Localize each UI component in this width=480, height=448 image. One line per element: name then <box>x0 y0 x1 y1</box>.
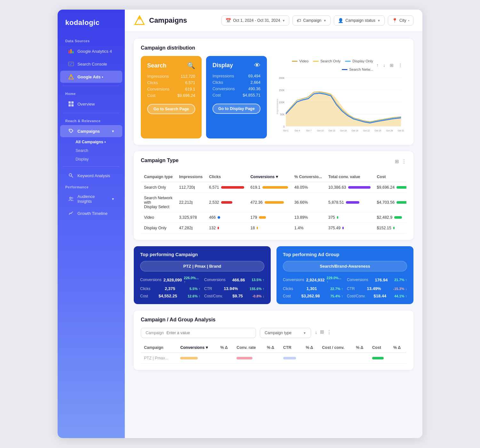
grid-icon <box>68 101 74 107</box>
analysis-export-icon[interactable]: ⊞ <box>320 329 324 335</box>
date-range-label: Oct 1, 2024 - Oct 31, 2024 <box>233 18 280 23</box>
search-cost-row: Cost $9,696.24 <box>147 93 195 98</box>
col-clicks[interactable]: Clicks <box>206 172 247 182</box>
analysis-campaign-type-select[interactable]: Campaign type ▼ <box>260 328 311 338</box>
analysis-col-cost-conv[interactable]: Cost / conv. <box>319 342 353 353</box>
tp-metric: Cost $4,552.25 12.6% ↑ <box>140 294 200 298</box>
col-conversions[interactable]: Conversions ▾ <box>247 172 291 182</box>
analysis-row-convrate <box>233 353 264 364</box>
svg-text:Impressions: Impressions <box>276 99 278 114</box>
search-clicks-value: 6,571 <box>185 81 195 85</box>
sidebar: kodalogic Data Sources Google Analytics … <box>58 10 125 438</box>
campaign-type-table-wrapper: Campaign type Impressions Clicks Convers… <box>141 172 406 233</box>
analysis-col-pct4[interactable]: % Δ <box>353 342 369 353</box>
distribution-row: Search 🔍 Impressions 112,720 Clicks 6,57… <box>141 56 406 138</box>
row-pct-conv: 48.05% <box>291 182 325 193</box>
subitem-display[interactable]: Display <box>72 155 122 163</box>
sidebar-item-campaigns[interactable]: Campaigns ▼ <box>60 125 122 137</box>
svg-text:Oct 28: Oct 28 <box>386 129 393 132</box>
tp-metric: Conversions 176.94 21.7% ↑ <box>347 276 407 284</box>
sidebar-item-growth-timeline[interactable]: Growth Timeline <box>60 207 122 219</box>
analysis-col-ctr[interactable]: CTR <box>280 342 303 353</box>
subitem-search[interactable]: Search <box>72 146 122 155</box>
table-more-icon[interactable]: ⋮ <box>402 159 406 164</box>
row-impressions: 112,720 <box>176 182 206 193</box>
chart-expand-icon[interactable]: ⊞ <box>388 62 395 68</box>
display-clicks-value: 2,664 <box>251 80 260 85</box>
legend-display-only-label: Display Only <box>352 59 373 63</box>
tp-metric: Clicks 2,375 5.5% ↑ <box>140 286 200 291</box>
analysis-col-pct2[interactable]: % Δ <box>264 342 280 353</box>
campaign-filter[interactable]: 🏷 Campaign ▼ <box>292 15 331 26</box>
go-to-display-btn[interactable]: Go to Display Page <box>212 104 260 114</box>
col-type[interactable]: Campaign type <box>141 172 176 182</box>
sidebar-item-keyword-analysis[interactable]: Keyword Analysis <box>60 169 122 182</box>
sidebar-item-label-sc: Search Console <box>77 62 107 67</box>
analysis-row-conv <box>177 353 217 364</box>
analysis-row-costconv <box>319 353 353 364</box>
chart-up-icon[interactable]: ↑ <box>375 62 380 68</box>
analysis-col-pct5[interactable]: % Δ <box>390 342 406 353</box>
tp-campaign-metrics: Conversions 2,928,090 226.0%... ↑ Conver… <box>140 276 264 298</box>
sidebar-item-overview[interactable]: Overview <box>60 98 122 110</box>
svg-point-13 <box>70 197 71 199</box>
analysis-row-cost <box>369 353 390 364</box>
chart-down-icon[interactable]: ↓ <box>382 62 387 68</box>
city-filter[interactable]: 📍 City • <box>388 15 413 26</box>
analysis-col-pct1[interactable]: % Δ <box>217 342 234 353</box>
campaign-distribution-card: Campaign distribution Search 🔍 Impressio… <box>134 39 413 145</box>
ads-icon <box>68 74 74 80</box>
impressions-chart-svg: 200K 150K 100K 50K 0 <box>275 75 404 138</box>
sidebar-item-google-analytics[interactable]: Google Analytics 4 <box>60 45 122 57</box>
status-filter[interactable]: 👤 Campaign status ▼ <box>334 15 385 26</box>
go-to-search-btn[interactable]: Go to Search Page <box>147 104 195 114</box>
analysis-row-pct4 <box>353 353 369 364</box>
app-logo: kodalogic <box>58 19 125 36</box>
calendar-icon: 📅 <box>226 18 231 23</box>
table-header-actions: ⊞ ⋮ <box>395 159 406 164</box>
col-cost[interactable]: Cost <box>374 172 406 182</box>
top-performing-grid: Top performing Campaign PTZ | Pmax | Bra… <box>134 246 413 304</box>
analysis-col-conversions[interactable]: Conversions ▾ <box>177 342 217 353</box>
analysis-col-conv-rate[interactable]: Conv. rate <box>233 342 264 353</box>
tp-metric: Conversions 2,924,932 229.0%... ↑ <box>283 276 343 284</box>
analysis-col-cost[interactable]: Cost <box>369 342 390 353</box>
audience-icon <box>68 196 74 202</box>
svg-text:Oct 22: Oct 22 <box>363 129 370 132</box>
analysis-type-chevron-icon: ▼ <box>303 331 306 335</box>
chart-more-icon[interactable]: ⋮ <box>397 62 404 68</box>
analysis-more-icon[interactable]: ⋮ <box>327 329 332 335</box>
analysis-filters: Campaign Campaign type ▼ ↓ ⊞ ⋮ <box>141 328 406 338</box>
analysis-col-pct3[interactable]: % Δ <box>302 342 319 353</box>
sidebar-item-google-ads[interactable]: Google Ads • <box>60 71 122 83</box>
svg-rect-6 <box>68 101 71 104</box>
col-impressions[interactable]: Impressions <box>176 172 206 182</box>
sidebar-item-search-console[interactable]: Search Console <box>60 58 122 70</box>
col-total-conv-value[interactable]: Total conv. value <box>325 172 374 182</box>
svg-point-11 <box>69 174 72 176</box>
analysis-table-header: ↓ ⊞ ⋮ <box>315 328 332 336</box>
legend-search-only-label: Search Only <box>320 59 340 63</box>
dist-boxes: Search 🔍 Impressions 112,720 Clicks 6,57… <box>141 56 267 138</box>
col-pct-conv[interactable]: % Conversio... <box>291 172 325 182</box>
svg-point-10 <box>70 130 70 130</box>
subitem-all-campaigns[interactable]: All Campaigns • <box>72 138 122 146</box>
analysis-download-icon[interactable]: ↓ <box>315 329 317 335</box>
section-label-data-sources: Data Sources <box>58 36 125 45</box>
tp-campaign-name: PTZ | Pmax | Brand <box>140 261 264 271</box>
analysis-row-ctr <box>280 353 303 364</box>
analysis-campaign-input[interactable] <box>166 331 251 335</box>
sidebar-item-audience-insights[interactable]: Audience Insights ▼ <box>60 191 122 207</box>
table-export-icon[interactable]: ⊞ <box>395 159 399 164</box>
display-conversions-label: Conversions <box>212 87 235 91</box>
sidebar-divider-2 <box>63 113 120 113</box>
header-title-group: Campaigns <box>134 15 216 26</box>
search-clicks-row: Clicks 6,571 <box>147 80 195 85</box>
svg-text:200K: 200K <box>279 76 285 80</box>
analysis-row-campaign: PTZ | Pmax... <box>141 353 177 364</box>
display-box-icon: 👁 <box>254 62 260 69</box>
campaign-chevron-icon: ▼ <box>323 19 326 22</box>
date-range-filter[interactable]: 📅 Oct 1, 2024 - Oct 31, 2024 ▼ <box>221 15 289 26</box>
svg-text:Oct 16: Oct 16 <box>340 129 347 132</box>
analysis-col-campaign[interactable]: Campaign <box>141 342 177 353</box>
